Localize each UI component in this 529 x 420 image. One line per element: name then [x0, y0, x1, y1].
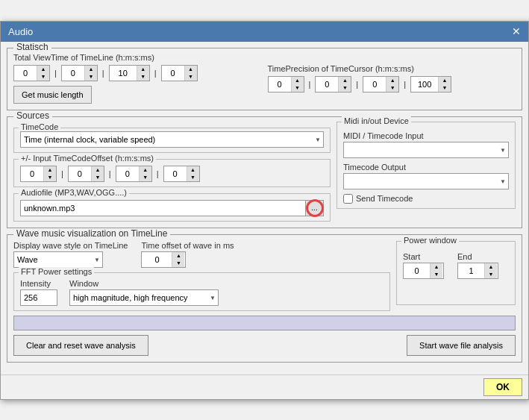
get-music-length-button[interactable]: Get music length [13, 86, 92, 104]
wave-style-select[interactable]: Wave [13, 251, 103, 268]
total-h-input[interactable] [14, 66, 37, 81]
offset-s-down[interactable]: ▼ [140, 174, 151, 181]
fft-window-label: Window [69, 279, 384, 288]
offset-ms-down[interactable]: ▼ [187, 174, 199, 181]
total-s-spinner[interactable]: ▲ ▼ [109, 65, 150, 81]
send-timecode-row: Send Timecode [343, 194, 509, 204]
fft-window-select-wrapper[interactable]: high magnitude, high frequency [69, 289, 219, 306]
total-m-input[interactable] [62, 66, 84, 81]
offset-s-input[interactable] [116, 166, 139, 181]
power-window-legend: Power window [401, 236, 459, 245]
sources-right: Midi in/out Device MIDI / Timecode Input… [337, 122, 516, 222]
total-view-time-row: ▲ ▼ | ▲ ▼ | [13, 65, 262, 104]
fft-window-select[interactable]: high magnitude, high frequency [69, 289, 219, 306]
audiofile-browse-button[interactable]: ... [306, 200, 324, 216]
total-h-up[interactable]: ▲ [37, 66, 49, 73]
prec-s-spin-buttons: ▲ ▼ [386, 77, 398, 92]
offset-m-spinner[interactable]: ▲ ▼ [68, 166, 104, 182]
power-start-input[interactable] [404, 263, 430, 278]
power-end-up[interactable]: ▲ [485, 263, 497, 271]
offset-h-down[interactable]: ▼ [44, 174, 56, 181]
offset-h-spinner[interactable]: ▲ ▼ [20, 166, 57, 182]
midi-input-select[interactable] [343, 142, 509, 158]
audiofile-input[interactable] [20, 200, 306, 216]
power-start-spinner[interactable]: ▲ ▼ [403, 263, 444, 279]
power-start-spin-buttons: ▲ ▼ [430, 263, 442, 278]
midi-legend: Midi in/out Device [342, 116, 411, 125]
wave-offset-spinner[interactable]: ▲ ▼ [141, 251, 186, 268]
total-ms-spinner[interactable]: ▲ ▼ [161, 65, 198, 81]
prec-h-spinner[interactable]: ▲ ▼ [268, 76, 304, 93]
prec-m-spinner[interactable]: ▲ ▼ [315, 76, 351, 93]
prec-m-up[interactable]: ▲ [339, 77, 351, 84]
ok-button[interactable]: OK [483, 378, 522, 396]
midi-output-select-wrapper[interactable] [343, 173, 509, 189]
prec-m-input[interactable] [316, 77, 338, 92]
offset-s-spinner[interactable]: ▲ ▼ [116, 166, 152, 182]
prec-m-down[interactable]: ▼ [339, 84, 351, 92]
wave-offset-up[interactable]: ▲ [172, 252, 184, 260]
total-ms-input[interactable] [162, 66, 184, 81]
prec-s-input[interactable] [363, 77, 386, 92]
offset-m-input[interactable] [69, 166, 91, 181]
offset-ms-input[interactable] [164, 166, 187, 181]
offset-h-input[interactable] [21, 166, 43, 181]
offset-ms-up[interactable]: ▲ [187, 166, 199, 174]
prec-ms-spinner[interactable]: ▲ ▼ [410, 76, 451, 93]
total-h-spin-buttons: ▲ ▼ [37, 66, 49, 81]
prec-ms-spin-buttons: ▲ ▼ [438, 77, 451, 92]
prec-s-up[interactable]: ▲ [386, 77, 398, 84]
total-s-input[interactable] [110, 66, 137, 81]
prec-ms-up[interactable]: ▲ [439, 77, 451, 84]
total-ms-down[interactable]: ▼ [185, 73, 197, 81]
total-ms-up[interactable]: ▲ [185, 66, 197, 73]
power-end-down[interactable]: ▼ [485, 271, 497, 278]
prec-ms-down[interactable]: ▼ [439, 84, 451, 92]
wave-style-select-wrapper[interactable]: Wave [13, 251, 103, 268]
total-m-spinner[interactable]: ▲ ▼ [61, 65, 98, 81]
offset-ms-spinner[interactable]: ▲ ▼ [163, 166, 200, 182]
power-start-up[interactable]: ▲ [431, 263, 442, 271]
power-end-input[interactable] [458, 263, 484, 278]
offset-h-up[interactable]: ▲ [44, 166, 56, 174]
timecode-select[interactable]: Time (internal clock, variable speed) [20, 131, 324, 148]
prec-s-down[interactable]: ▼ [386, 84, 398, 92]
wave-top-row: Display wave style on TimeLine Wave Time… [13, 239, 516, 311]
total-m-up[interactable]: ▲ [85, 66, 97, 73]
prec-ms-input[interactable] [411, 77, 438, 92]
prec-h-up[interactable]: ▲ [292, 77, 304, 84]
midi-input-select-wrapper[interactable] [343, 142, 509, 158]
offset-m-down[interactable]: ▼ [92, 174, 104, 181]
total-m-down[interactable]: ▼ [85, 73, 97, 81]
wave-offset-input[interactable] [142, 252, 172, 267]
prec-h-down[interactable]: ▼ [292, 84, 304, 92]
audio-dialog: Audio ✕ Statisch Total ViewTime of TimeL… [0, 21, 529, 400]
power-window-section: Power window Start ▲ ▼ [396, 239, 516, 311]
power-end-spinner[interactable]: ▲ ▼ [457, 263, 498, 279]
time-precision-row: ▲ ▼ | ▲ ▼ | [268, 76, 516, 93]
close-button[interactable]: ✕ [512, 26, 521, 37]
sources-legend: Sources [13, 110, 52, 121]
total-s-up[interactable]: ▲ [137, 66, 149, 73]
total-s-down[interactable]: ▼ [137, 73, 149, 81]
midi-output-label: Timecode Output [343, 163, 509, 172]
prec-h-input[interactable] [269, 77, 291, 92]
wave-legend: Wave music visualization on TimeLine [13, 228, 170, 239]
total-h-down[interactable]: ▼ [37, 73, 49, 81]
power-start-down[interactable]: ▼ [431, 271, 442, 278]
midi-output-select[interactable] [343, 173, 509, 189]
start-analysis-button[interactable]: Start wave file analysis [407, 335, 516, 356]
send-timecode-checkbox[interactable] [343, 194, 353, 204]
offset-m-up[interactable]: ▲ [92, 166, 104, 174]
offset-legend: +/- Input TimeCodeOffset (h:m:s:ms) [19, 154, 156, 163]
offset-s-up[interactable]: ▲ [140, 166, 151, 174]
prec-h-spin-buttons: ▲ ▼ [291, 77, 304, 92]
power-window-group: Power window Start ▲ ▼ [396, 241, 516, 305]
timecode-select-wrapper[interactable]: Time (internal clock, variable speed) [20, 131, 324, 148]
total-h-spinner[interactable]: ▲ ▼ [13, 65, 50, 81]
fft-intensity-label: Intensity [20, 279, 57, 288]
clear-reset-button[interactable]: Clear and reset wave analysis [13, 335, 148, 356]
wave-offset-down[interactable]: ▼ [172, 260, 184, 267]
fft-intensity-input[interactable] [20, 289, 57, 306]
prec-s-spinner[interactable]: ▲ ▼ [363, 76, 399, 93]
